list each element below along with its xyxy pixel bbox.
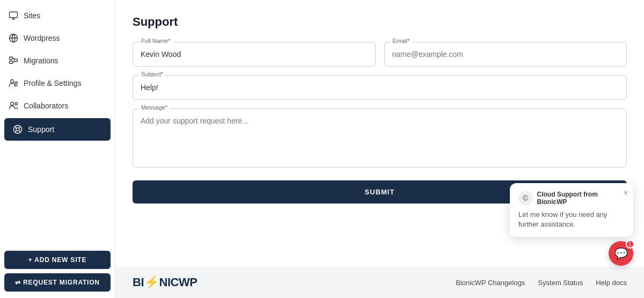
logo-part1: BI bbox=[133, 275, 144, 289]
message-input[interactable] bbox=[133, 108, 627, 168]
email-field: Email* bbox=[384, 42, 627, 67]
full-name-label: Full Name* bbox=[139, 38, 172, 44]
collaborators-icon bbox=[9, 101, 18, 111]
chat-bubble-message: Let me know if you need any further assi… bbox=[518, 210, 625, 229]
svg-point-9 bbox=[11, 102, 14, 105]
sidebar-item-wordpress[interactable]: Wordpress bbox=[0, 27, 115, 49]
chat-launcher-icon: 💬 bbox=[614, 247, 628, 260]
chat-close-button[interactable]: × bbox=[624, 188, 628, 197]
sidebar-item-migrations-label: Migrations bbox=[24, 56, 58, 65]
svg-line-16 bbox=[15, 130, 17, 132]
request-migration-button[interactable]: ⇌ REQUEST MIGRATION bbox=[4, 273, 111, 292]
support-icon bbox=[13, 125, 23, 134]
chat-launcher-button[interactable]: 💬 1 bbox=[609, 241, 633, 266]
full-name-field: Full Name* bbox=[133, 42, 376, 67]
email-label: Email* bbox=[391, 38, 412, 44]
sidebar-item-profile-label: Profile & Settings bbox=[24, 79, 81, 88]
chat-badge: 1 bbox=[626, 240, 634, 249]
sidebar-nav: Sites Wordpress Migrations bbox=[0, 0, 115, 244]
svg-point-8 bbox=[15, 82, 18, 84]
profile-icon bbox=[9, 78, 18, 88]
form-row-message: Message* bbox=[133, 108, 627, 170]
sidebar-item-sites[interactable]: Sites bbox=[0, 4, 115, 27]
footer-link-status[interactable]: System Status bbox=[538, 279, 583, 287]
message-label: Message* bbox=[139, 104, 170, 111]
form-row-subject: Subject* bbox=[133, 75, 627, 100]
form-row-name-email: Full Name* Email* bbox=[133, 42, 627, 67]
logo-text: BI⚡NICWP bbox=[133, 275, 197, 289]
wordpress-icon bbox=[9, 33, 18, 43]
chat-support-icon: © bbox=[518, 191, 533, 206]
logo-bolt: ⚡ bbox=[144, 275, 159, 289]
chat-bubble: © Cloud Support from BionicWP × Let me k… bbox=[510, 183, 633, 237]
subject-label: Subject* bbox=[139, 71, 165, 77]
footer-links: BionicWP Changelogs System Status Help d… bbox=[456, 279, 627, 287]
full-name-input[interactable] bbox=[133, 42, 376, 67]
sidebar-item-collaborators[interactable]: Collaborators bbox=[0, 95, 115, 117]
svg-line-15 bbox=[19, 127, 20, 128]
sidebar-item-support-label: Support bbox=[28, 125, 54, 134]
sidebar-item-wordpress-label: Wordpress bbox=[24, 34, 60, 42]
migrations-icon bbox=[9, 56, 18, 66]
svg-rect-0 bbox=[10, 12, 18, 18]
svg-point-12 bbox=[16, 128, 19, 131]
email-input[interactable] bbox=[384, 42, 627, 67]
sidebar-item-profile[interactable]: Profile & Settings bbox=[0, 72, 115, 95]
logo: BI⚡NICWP bbox=[133, 275, 197, 289]
subject-input[interactable] bbox=[133, 75, 627, 100]
footer-area: BI⚡NICWP BionicWP Changelogs System Stat… bbox=[115, 267, 644, 298]
svg-rect-6 bbox=[14, 59, 18, 62]
sidebar-item-migrations[interactable]: Migrations bbox=[0, 49, 115, 72]
chat-bubble-header: © Cloud Support from BionicWP bbox=[518, 191, 625, 206]
svg-point-10 bbox=[15, 103, 18, 105]
svg-rect-4 bbox=[10, 57, 13, 60]
footer-link-changelogs[interactable]: BionicWP Changelogs bbox=[456, 279, 525, 287]
subject-field: Subject* bbox=[133, 75, 627, 100]
svg-rect-5 bbox=[10, 61, 13, 64]
chat-widget: © Cloud Support from BionicWP × Let me k… bbox=[510, 183, 633, 266]
chat-bubble-title: Cloud Support from BionicWP bbox=[537, 191, 625, 206]
monitor-icon bbox=[9, 11, 18, 20]
sidebar: Sites Wordpress Migrations bbox=[0, 0, 115, 298]
footer-link-helpdocs[interactable]: Help docs bbox=[596, 279, 627, 287]
page-title: Support bbox=[133, 15, 627, 29]
sidebar-item-collaborators-label: Collaborators bbox=[24, 101, 68, 110]
logo-part2: NICWP bbox=[159, 275, 197, 289]
svg-point-7 bbox=[11, 79, 14, 83]
svg-line-13 bbox=[15, 127, 17, 128]
sidebar-bottom: + ADD NEW SITE ⇌ REQUEST MIGRATION bbox=[0, 244, 115, 298]
sidebar-item-sites-label: Sites bbox=[24, 11, 40, 20]
sidebar-item-support[interactable]: Support bbox=[4, 118, 111, 141]
svg-line-14 bbox=[19, 130, 20, 132]
message-field-wrap: Message* bbox=[133, 108, 627, 170]
add-new-site-button[interactable]: + ADD NEW SITE bbox=[4, 251, 111, 269]
